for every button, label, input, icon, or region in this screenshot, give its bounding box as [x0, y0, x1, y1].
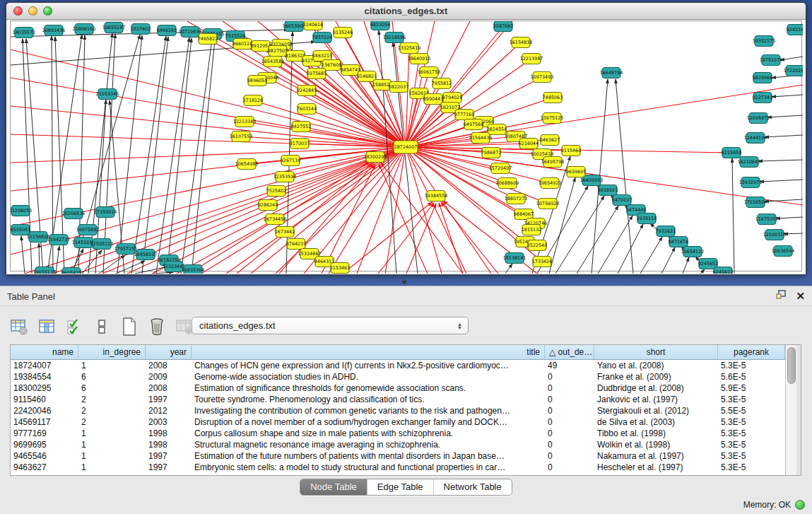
table-cell[interactable]: 0 — [545, 450, 594, 462]
graph-node[interactable]: 15720407 — [489, 163, 512, 174]
graph-node[interactable]: 18807273 — [505, 194, 528, 204]
graph-node[interactable]: 1733426 — [532, 257, 552, 267]
graph-node[interactable]: 9829966 — [753, 73, 772, 83]
table-cell[interactable]: 5.3E-5 — [718, 394, 785, 405]
table-cell[interactable]: 1997 — [146, 462, 192, 473]
table-cell[interactable]: 9463627 — [11, 462, 78, 473]
graph-node[interactable]: 16543582 — [261, 57, 285, 67]
table-row[interactable]: 946362711997Embryonic stem cells: a mode… — [11, 462, 785, 473]
table-cell[interactable]: Genome-wide association studies in ADHD. — [192, 371, 545, 382]
graph-node[interactable]: 1673442 — [275, 227, 295, 238]
column-header-short[interactable]: short — [594, 345, 718, 359]
table-cell[interactable]: 6 — [78, 382, 146, 394]
network-canvas[interactable]: 1403557220891436218061601065528715276026… — [10, 21, 802, 271]
graph-node[interactable]: 8918923 — [598, 185, 618, 196]
close-panel-icon[interactable]: ✕ — [796, 290, 805, 303]
table-cell[interactable]: 9115460 — [11, 394, 78, 405]
table-selector-dropdown[interactable]: citations_edges.txt ▲▼ — [192, 317, 469, 334]
show-columns-icon[interactable] — [37, 317, 56, 336]
split-pane-handle[interactable] — [399, 281, 409, 286]
graph-node[interactable]: 9794028 — [442, 93, 462, 103]
table-cell[interactable]: 5.9E-5 — [718, 382, 785, 394]
table-cell[interactable]: 2 — [78, 405, 146, 416]
table-cell[interactable]: 2 — [78, 394, 146, 405]
column-header-in_degree[interactable]: in_degree — [78, 345, 146, 359]
table-cell[interactable]: 1 — [78, 428, 146, 439]
graph-node[interactable]: 5822037 — [389, 82, 408, 93]
graph-node[interactable]: 16107553 — [230, 132, 253, 142]
graph-node[interactable]: 9135246 — [333, 28, 353, 38]
graph-node[interactable]: 9242188 — [787, 25, 803, 35]
graph-node[interactable]: 11942737 — [47, 235, 71, 245]
graph-node[interactable]: 16495798 — [541, 157, 565, 168]
table-cell[interactable]: 0 — [545, 439, 594, 450]
graph-node[interactable]: 10688609 — [496, 178, 519, 189]
graph-node[interactable]: 9463627 — [540, 135, 560, 146]
graph-node[interactable]: 7485063 — [543, 93, 563, 103]
table-cell[interactable]: 5.5E-5 — [718, 405, 785, 416]
table-cell[interactable]: 0 — [545, 428, 594, 439]
table-cell[interactable]: 1 — [78, 450, 146, 462]
table-cell[interactable]: 19384554 — [11, 371, 78, 382]
table-cell[interactable]: 0 — [545, 394, 594, 405]
graph-node[interactable]: 5975685 — [307, 69, 326, 79]
table-cell[interactable]: Corpus callosum shape and size in male p… — [192, 428, 545, 439]
graph-node[interactable]: 10936544 — [772, 246, 795, 257]
column-header-out_de[interactable]: △ out_de… — [545, 345, 594, 359]
graph-node[interactable]: 16648784 — [600, 68, 623, 78]
graph-node[interactable]: 16958107 — [134, 250, 158, 260]
graph-node[interactable]: 8660128 — [233, 39, 252, 49]
graph-node[interactable]: 2718126 — [243, 95, 263, 106]
table-cell[interactable]: Yano et al. (2008) — [594, 360, 718, 371]
table-cell[interactable]: 1997 — [146, 394, 192, 405]
graph-node[interactable]: 8471676 — [669, 237, 688, 247]
graph-node[interactable]: 19352175 — [753, 36, 776, 47]
graph-node[interactable]: 18724007 — [394, 141, 418, 153]
table-cell[interactable]: 18724007 — [11, 360, 78, 371]
graph-node[interactable]: 15751074 — [760, 55, 783, 66]
table-cell[interactable]: Changes of HCN gene expression and I(f) … — [192, 360, 545, 371]
graph-node[interactable]: 2153461 — [330, 263, 350, 274]
table-cell[interactable]: Jankovic et al. (1997) — [594, 394, 718, 405]
graph-node[interactable]: 19055135 — [33, 267, 57, 274]
graph-node[interactable]: 9605425 — [61, 268, 81, 274]
table-row[interactable]: 977716911998Corpus callosum shape and si… — [11, 428, 785, 439]
graph-node[interactable]: 12444194 — [744, 133, 767, 144]
graph-node[interactable]: 16961758 — [418, 67, 441, 78]
table-cell[interactable]: 2008 — [146, 360, 192, 371]
table-cell[interactable]: de Silva et al. (2003) — [594, 416, 718, 428]
table-cell[interactable]: 2012 — [146, 405, 192, 416]
graph-node[interactable]: 8764231 — [286, 239, 306, 250]
table-cell[interactable]: 0 — [545, 371, 594, 382]
create-column-icon[interactable] — [120, 317, 139, 336]
graph-node[interactable]: 21806160 — [73, 24, 96, 35]
table-cell[interactable]: 0 — [545, 462, 594, 473]
table-row[interactable]: 1830029562008Estimation of significance … — [11, 382, 785, 394]
graph-node[interactable]: 16053809 — [283, 21, 306, 32]
graph-node[interactable]: 16154838 — [510, 37, 533, 48]
graph-node[interactable]: 2522540 — [527, 240, 547, 251]
table-cell[interactable]: 18300295 — [11, 382, 78, 394]
table-cell[interactable]: 1 — [78, 462, 146, 473]
tab-edge-table[interactable]: Edge Table — [367, 479, 434, 495]
graph-node[interactable]: 10756928 — [536, 199, 560, 209]
tab-network-table[interactable]: Network Table — [434, 479, 512, 495]
table-cell[interactable]: 5.3E-5 — [718, 450, 785, 462]
table-cell[interactable]: 1997 — [146, 450, 192, 462]
graph-node[interactable]: 9896058 — [247, 76, 267, 86]
graph-node[interactable]: 7857224 — [312, 33, 332, 43]
graph-node[interactable]: 19384554 — [425, 191, 448, 201]
graph-node[interactable]: 9227343 — [753, 93, 772, 103]
graph-node[interactable]: 21206050 — [11, 206, 32, 216]
table-cell[interactable]: Structural magnetic resonance image aver… — [192, 439, 545, 450]
graph-node[interactable]: 6466160 — [157, 25, 177, 36]
table-cell[interactable]: Estimation of significance thresholds fo… — [192, 382, 545, 394]
column-header-pagerank[interactable]: pagerank — [718, 345, 785, 359]
table-cell[interactable]: 5.3E-5 — [718, 416, 785, 428]
graph-node[interactable]: 18300295 — [364, 152, 387, 163]
graph-node[interactable]: 10654985 — [235, 159, 259, 170]
graph-node[interactable]: 15218586 — [383, 33, 406, 43]
graph-node[interactable]: 18640910 — [408, 54, 431, 64]
graph-node[interactable]: 10654122 — [681, 247, 705, 257]
graph-node[interactable]: 1527602 — [131, 24, 151, 35]
